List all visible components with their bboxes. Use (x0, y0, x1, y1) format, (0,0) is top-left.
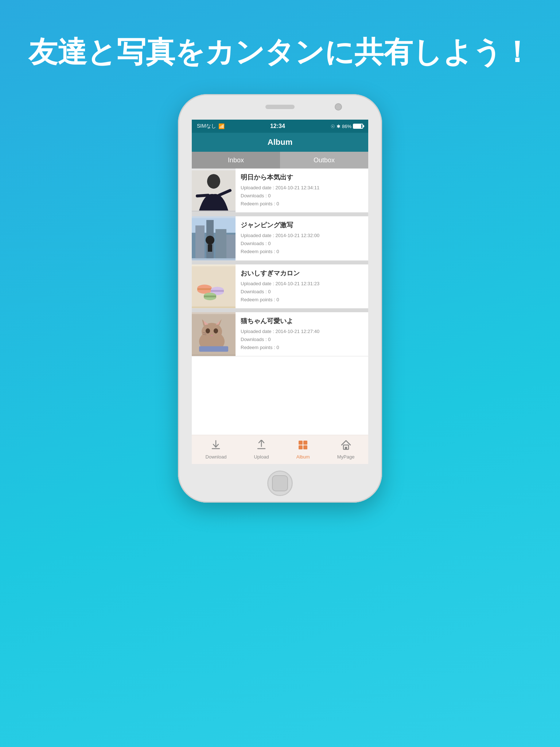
svg-point-1 (207, 174, 220, 189)
list-info: ジャンピング激写 Uploaded date : 2014-10-21 12:3… (236, 216, 368, 260)
svg-line-2 (197, 195, 208, 196)
item-title-3: 猫ちゃん可愛いよ (241, 317, 363, 325)
svg-rect-40 (303, 441, 307, 445)
svg-rect-9 (226, 235, 236, 258)
list-item[interactable]: 猫ちゃん可愛いよ Uploaded date : 2014-10-21 12:2… (192, 312, 368, 356)
upload-icon (256, 440, 267, 453)
phone-camera (335, 103, 342, 111)
svg-rect-18 (211, 290, 224, 292)
nav-download-label: Download (206, 454, 227, 460)
tab-bar: Inbox Outbox (192, 152, 368, 169)
app-header: Album (192, 133, 368, 152)
list-info: 猫ちゃん可愛いよ Uploaded date : 2014-10-21 12:2… (236, 312, 368, 356)
thumbnail-cat (192, 312, 236, 356)
svg-rect-39 (299, 441, 303, 445)
list-item[interactable]: ジャンピング激写 Uploaded date : 2014-10-21 12:3… (192, 216, 368, 260)
status-left: SIMなし 📶 (197, 123, 225, 129)
item-title-2: おいしすぎマカロン (241, 269, 363, 278)
status-bar: SIMなし 📶 12:34 ☉ ✱ 86% (192, 120, 368, 133)
tab-inbox[interactable]: Inbox (192, 152, 280, 169)
page-headline: 友達と写真をカンタンに共有しよう！ (28, 33, 532, 72)
separator-0 (192, 213, 368, 216)
svg-rect-21 (204, 295, 216, 297)
list-item[interactable]: おいしすぎマカロン Uploaded date : 2014-10-21 12:… (192, 264, 368, 309)
signal-icon: ☉ (331, 124, 335, 129)
home-button[interactable] (267, 471, 293, 496)
nav-download[interactable]: Download (206, 440, 227, 460)
phone-shell: SIMなし 📶 12:34 ☉ ✱ 86% Album Inbox Outbox (178, 94, 382, 503)
svg-point-29 (206, 328, 210, 333)
svg-rect-6 (195, 225, 205, 258)
status-time: 12:34 (270, 123, 285, 129)
item-meta-2: Uploaded date : 2014-10-21 12:31:23 Down… (241, 280, 363, 304)
svg-rect-44 (345, 447, 347, 449)
home-button-inner (272, 475, 288, 491)
nav-mypage-label: MyPage (337, 454, 355, 460)
item-title-1: ジャンピング激写 (241, 221, 363, 229)
phone-speaker (265, 105, 295, 109)
phone-screen: SIMなし 📶 12:34 ☉ ✱ 86% Album Inbox Outbox (192, 120, 368, 464)
status-right: ☉ ✱ 86% (331, 124, 363, 129)
list-info: おいしすぎマカロン Uploaded date : 2014-10-21 12:… (236, 264, 368, 308)
wifi-icon: 📶 (218, 123, 225, 129)
nav-album-label: Album (296, 454, 310, 460)
nav-album[interactable]: Album (296, 440, 310, 460)
list-item[interactable]: 明日から本気出す Uploaded date : 2014-10-21 12:3… (192, 169, 368, 213)
thumbnail-city (192, 216, 236, 260)
separator-1 (192, 261, 368, 264)
battery-pct: 86% (342, 124, 351, 129)
album-icon (298, 440, 308, 453)
svg-point-10 (206, 236, 214, 244)
item-meta-0: Uploaded date : 2014-10-21 12:34:11 Down… (241, 184, 363, 208)
app-header-title: Album (268, 138, 292, 147)
content-list: 明日から本気出す Uploaded date : 2014-10-21 12:3… (192, 169, 368, 435)
item-meta-1: Uploaded date : 2014-10-21 12:32:00 Down… (241, 232, 363, 256)
phone-top-bar (178, 94, 382, 120)
list-info: 明日から本気出す Uploaded date : 2014-10-21 12:3… (236, 169, 368, 212)
sim-label: SIMなし (197, 123, 216, 129)
bottom-nav: Download Upload (192, 435, 368, 464)
nav-upload-label: Upload (254, 454, 269, 460)
svg-rect-15 (197, 288, 212, 290)
svg-rect-41 (299, 445, 303, 449)
battery-bar (353, 124, 363, 129)
battery-fill (354, 124, 361, 128)
bt-icon: ✱ (337, 124, 341, 129)
item-meta-3: Uploaded date : 2014-10-21 12:27:40 Down… (241, 328, 363, 352)
separator-2 (192, 309, 368, 312)
nav-mypage[interactable]: MyPage (337, 440, 355, 460)
home-icon (341, 440, 351, 453)
thumbnail-person (192, 169, 236, 212)
item-title-0: 明日から本気出す (241, 173, 363, 182)
svg-rect-11 (208, 244, 212, 252)
svg-rect-42 (303, 445, 307, 449)
download-icon (211, 440, 221, 453)
svg-rect-8 (215, 229, 226, 258)
svg-rect-34 (199, 346, 228, 352)
svg-point-30 (214, 328, 218, 333)
thumbnail-macarons (192, 264, 236, 308)
nav-upload[interactable]: Upload (254, 440, 269, 460)
tab-outbox[interactable]: Outbox (280, 152, 368, 169)
